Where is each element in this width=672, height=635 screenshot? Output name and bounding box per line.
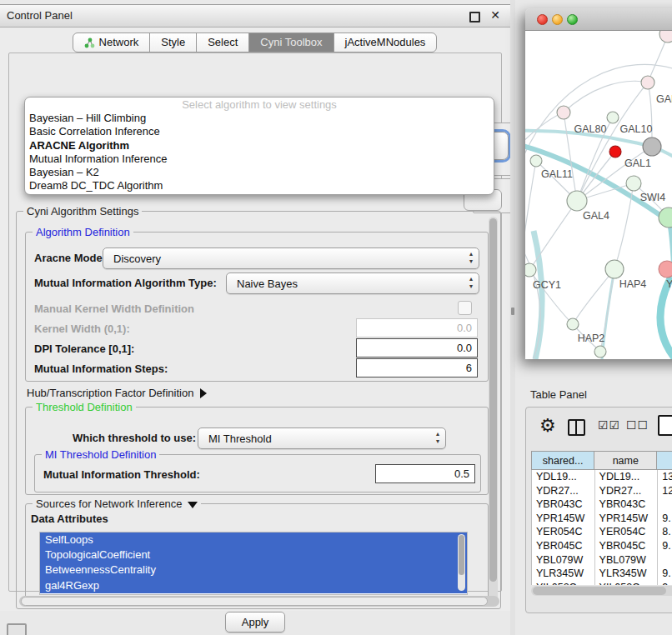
mi-steps-field[interactable]: 6 <box>356 358 478 378</box>
table-cell: YDR27... <box>532 484 595 498</box>
table-cell: 9. <box>658 567 672 581</box>
settings-vertical-scrollbar[interactable] <box>489 217 498 602</box>
new-table-icon[interactable] <box>658 415 672 436</box>
tab-select[interactable]: Select <box>196 32 249 52</box>
network-canvas[interactable]: GALGAL80GAL10GAL11GAL1SWI4GAL4GCY1HAP4YH… <box>525 31 672 359</box>
table-row[interactable]: YBR043CYBR043C <box>532 498 672 512</box>
network-node[interactable] <box>530 155 542 167</box>
tab-cyni-toolbox[interactable]: Cyni Toolbox <box>248 32 333 52</box>
algorithm-option[interactable]: Bayesian – Hill Climbing <box>25 112 494 125</box>
manual-kernel-label: Manual Kernel Width Definition <box>34 302 194 315</box>
node-label: SWI4 <box>640 192 666 203</box>
table-cell: YER054C <box>595 525 659 539</box>
node-label: GAL11 <box>541 168 573 180</box>
manual-kernel-checkbox[interactable] <box>458 301 472 315</box>
node-label: GAL80 <box>574 123 607 135</box>
scrollbar-thumb[interactable] <box>533 587 666 595</box>
float-window-icon[interactable] <box>469 12 480 22</box>
kernel-width-field[interactable]: 0.0 <box>356 318 478 338</box>
minimize-traffic-light-icon[interactable] <box>552 14 563 25</box>
network-node[interactable] <box>607 112 619 123</box>
table-row[interactable]: YBR045CYBR045C9. <box>532 539 672 553</box>
network-node[interactable] <box>609 146 621 158</box>
close-traffic-light-icon[interactable] <box>537 14 548 25</box>
columns-icon[interactable] <box>568 419 585 436</box>
zoom-traffic-light-icon[interactable] <box>567 14 578 25</box>
table-cell <box>658 498 672 512</box>
network-node[interactable] <box>641 76 654 89</box>
node-label: GAL <box>656 93 672 105</box>
field-value: 0.5 <box>454 468 469 480</box>
hub-definition-expander[interactable]: Hub/Transcription Factor Definition <box>27 387 207 399</box>
data-attribute-item[interactable]: TopologicalCoefficient <box>40 548 467 562</box>
tab-jactivemnodules[interactable]: jActiveMNodules <box>333 32 438 52</box>
network-node[interactable] <box>659 261 672 278</box>
columns-icon-divider <box>575 421 577 434</box>
mi-type-label: Mutual Information Algorithm Type: <box>34 277 217 289</box>
network-node[interactable] <box>626 176 641 191</box>
network-node[interactable] <box>659 31 672 42</box>
table-row[interactable]: YDL19...YDL19...13 <box>532 470 672 484</box>
scrollbar-thumb[interactable] <box>459 535 464 575</box>
dpi-tolerance-field[interactable]: 0.0 <box>356 338 478 358</box>
table-horizontal-scrollbar[interactable] <box>531 586 672 596</box>
which-threshold-combo[interactable]: MI Threshold ▴▾ <box>198 428 446 449</box>
table-cell: YBL079W <box>532 553 595 568</box>
network-node[interactable] <box>567 191 587 211</box>
network-node[interactable] <box>605 260 624 278</box>
table-cell: 9. <box>658 512 672 526</box>
algorithm-option[interactable]: Bayesian – K2 <box>25 166 494 179</box>
algorithm-option[interactable]: Basic Correlation Inference <box>25 125 494 138</box>
scrollbar-thumb[interactable] <box>21 597 488 606</box>
table-row[interactable]: YDR27...YDR27...12 <box>532 484 672 498</box>
table-body[interactable]: YDL19...YDL19...13YDR27...YDR27...12YBR0… <box>531 470 672 585</box>
sources-group-title[interactable]: Sources for Network Inference <box>33 498 201 510</box>
network-node[interactable] <box>594 346 606 358</box>
tab-network[interactable]: Network <box>73 32 151 52</box>
gear-icon[interactable]: ⚙ <box>539 415 556 437</box>
network-node[interactable] <box>643 138 661 156</box>
control-panel-window: Control Panel ✕ Network Style Select <box>0 4 510 611</box>
splitter-handle-icon[interactable] <box>511 308 514 315</box>
mi-type-combo[interactable]: Naive Bayes ▴▾ <box>226 272 479 294</box>
tab-style[interactable]: Style <box>149 32 197 52</box>
control-panel-tabbar: Network Style Select Cyni Toolbox jActiv… <box>0 32 510 52</box>
network-node[interactable] <box>525 263 536 277</box>
algorithm-option[interactable]: ARACNE Algorithm <box>25 139 494 152</box>
column-header-shared-name[interactable]: shared... <box>532 452 594 469</box>
combo-value: MI Threshold <box>208 432 272 445</box>
combo-value: Naive Bayes <box>237 278 298 290</box>
table-row[interactable]: YLR345WYLR345W9. <box>532 567 672 581</box>
algorithm-dropdown-popup: Select algorithm to view settings Bayesi… <box>24 97 494 195</box>
deselect-all-checkboxes-icon[interactable]: ☐☐ <box>626 418 649 432</box>
combo-arrows-icon: ▴▾ <box>469 275 473 290</box>
table-cell: YIL052C <box>595 581 659 585</box>
close-icon[interactable]: ✕ <box>490 8 500 22</box>
apply-button[interactable]: Apply <box>225 612 285 632</box>
data-attribute-item[interactable]: gal4RGexp <box>40 578 467 593</box>
data-attributes-list[interactable]: SelfLoopsTopologicalCoefficientBetweenne… <box>39 532 468 595</box>
settings-horizontal-scrollbar[interactable] <box>19 596 499 607</box>
attribute-list-scrollbar[interactable] <box>458 534 465 591</box>
table-row[interactable]: YPR145WYPR145W9. <box>532 512 672 526</box>
table-row[interactable]: YER054CYER054C8. <box>532 525 672 539</box>
column-header-partial[interactable] <box>657 452 672 469</box>
aracne-mode-combo[interactable]: Discovery ▴▾ <box>103 248 479 269</box>
table-row[interactable]: YBL079WYBL079W <box>532 553 672 568</box>
scrollbar-thumb[interactable] <box>489 218 497 582</box>
network-node[interactable] <box>557 106 570 119</box>
select-all-checkboxes-icon[interactable]: ☑☑ <box>598 418 620 432</box>
network-node[interactable] <box>567 318 579 330</box>
minimized-panel-icon[interactable] <box>7 623 27 635</box>
algorithm-option[interactable]: Dream8 DC_TDC Algorithm <box>25 179 494 192</box>
which-threshold-label: Which threshold to use: <box>73 432 196 444</box>
mi-threshold-field[interactable]: 0.5 <box>375 464 475 483</box>
table-cell: YDR27... <box>595 484 659 498</box>
table-row[interactable]: YIL052CYIL052C9 <box>532 581 672 585</box>
network-node[interactable] <box>659 208 672 228</box>
column-header-name[interactable]: name <box>594 452 657 469</box>
data-attribute-item[interactable]: SelfLoops <box>40 532 467 548</box>
data-attribute-item[interactable]: BetweennessCentrality <box>40 562 467 578</box>
combo-arrows-icon: ▴▾ <box>436 430 439 445</box>
algorithm-option[interactable]: Mutual Information Inference <box>25 152 494 166</box>
